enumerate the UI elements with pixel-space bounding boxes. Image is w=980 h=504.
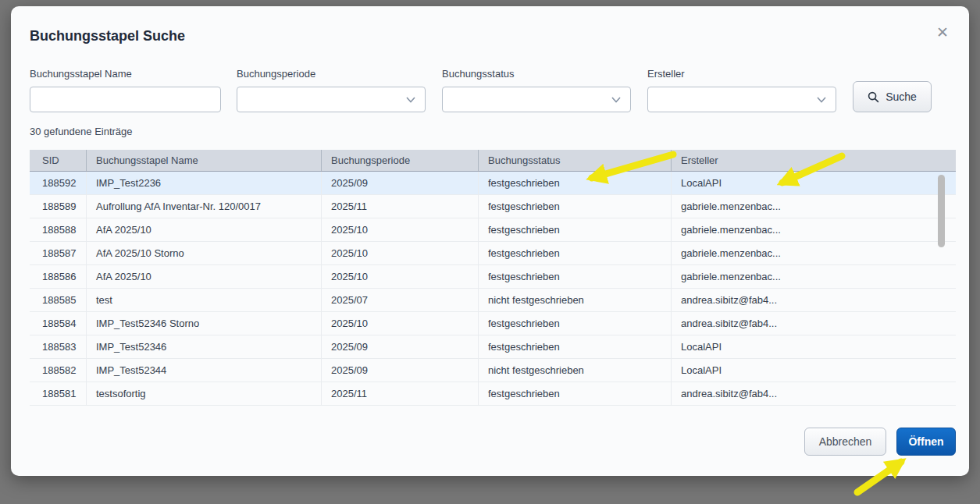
search-button[interactable]: Suche <box>853 81 932 112</box>
cell-sid: 188586 <box>30 265 87 288</box>
filter-buchungsperiode: Buchungsperiode <box>237 68 426 112</box>
buchungsstapel-suche-dialog: Buchungsstapel Suche ✕ Buchungsstapel Na… <box>11 6 969 476</box>
table-row[interactable]: 188586 AfA 2025/10 2025/10 festgeschrieb… <box>30 265 956 289</box>
cell-name: AfA 2025/10 <box>87 218 322 241</box>
table-row[interactable]: 188585 test 2025/07 nicht festgeschriebe… <box>30 289 956 312</box>
period-select[interactable] <box>237 87 426 112</box>
period-select-input[interactable] <box>237 87 425 112</box>
cell-sid: 188592 <box>30 172 87 194</box>
cell-period: 2025/10 <box>322 218 479 241</box>
cell-status: festgeschrieben <box>479 172 672 194</box>
cell-sid: 188583 <box>30 335 87 358</box>
cell-creator: LocalAPI <box>672 359 956 382</box>
name-input-box[interactable] <box>30 87 221 112</box>
filter-buchungsstapel-name: Buchungsstapel Name <box>30 68 221 112</box>
cell-name: test <box>87 289 322 311</box>
cell-creator: gabriele.menzenbac... <box>672 195 956 218</box>
cell-name: testsofortig <box>87 382 322 405</box>
cell-creator: gabriele.menzenbac... <box>672 218 956 241</box>
cell-status: festgeschrieben <box>479 382 672 405</box>
cell-status: festgeschrieben <box>479 265 672 288</box>
cell-period: 2025/09 <box>322 335 479 358</box>
filter-label: Ersteller <box>647 68 836 80</box>
cell-name: IMP_Test52346 <box>87 335 322 358</box>
cell-name: IMP_Test52346 Storno <box>87 312 322 335</box>
table-row[interactable]: 188581 testsofortig 2025/11 festgeschrie… <box>30 382 956 406</box>
cell-period: 2025/09 <box>322 172 479 194</box>
cell-period: 2025/11 <box>322 195 479 218</box>
table-row[interactable]: 188584 IMP_Test52346 Storno 2025/10 fest… <box>30 312 956 335</box>
filter-buchungsstatus: Buchungsstatus <box>442 68 631 112</box>
table-row[interactable]: 188587 AfA 2025/10 Storno 2025/10 festge… <box>30 242 956 265</box>
vertical-scrollbar-thumb[interactable] <box>938 175 945 247</box>
creator-select-input[interactable] <box>648 87 836 112</box>
column-header-creator[interactable]: Ersteller <box>672 150 956 171</box>
cancel-button[interactable]: Abbrechen <box>804 428 886 456</box>
cell-status: festgeschrieben <box>479 312 672 335</box>
status-select[interactable] <box>442 87 631 112</box>
filter-label: Buchungsstatus <box>442 68 631 80</box>
cell-status: festgeschrieben <box>479 195 672 218</box>
cell-name: Aufrollung AfA Inventar-Nr. 120/0017 <box>87 195 322 218</box>
search-button-label: Suche <box>886 91 917 103</box>
cell-name: IMP_Test2236 <box>87 172 322 194</box>
cell-sid: 188587 <box>30 242 87 264</box>
cell-sid: 188589 <box>30 195 87 218</box>
cell-status: festgeschrieben <box>479 218 672 241</box>
results-count: 30 gefundene Einträge <box>30 126 133 137</box>
cell-period: 2025/10 <box>322 242 479 264</box>
filter-ersteller: Ersteller <box>647 68 836 112</box>
cell-name: AfA 2025/10 <box>87 265 322 288</box>
cell-creator: LocalAPI <box>672 335 956 358</box>
dialog-title: Buchungsstapel Suche <box>30 28 185 44</box>
filter-label: Buchungsstapel Name <box>30 68 221 80</box>
cell-sid: 188588 <box>30 218 87 241</box>
cell-creator: andrea.sibitz@fab4... <box>672 312 956 335</box>
cell-status: festgeschrieben <box>479 335 672 358</box>
column-header-sid[interactable]: SID <box>30 150 87 171</box>
cell-sid: 188582 <box>30 359 87 382</box>
table-row[interactable]: 188588 AfA 2025/10 2025/10 festgeschrieb… <box>30 218 956 242</box>
table-row[interactable]: 188583 IMP_Test52346 2025/09 festgeschri… <box>30 335 956 359</box>
status-select-input[interactable] <box>443 87 630 112</box>
cell-status: nicht festgeschrieben <box>479 359 672 382</box>
table-header: SID Buchungsstapel Name Buchungsperiode … <box>30 150 956 172</box>
cell-period: 2025/11 <box>322 382 479 405</box>
cell-status: nicht festgeschrieben <box>479 289 672 311</box>
cell-period: 2025/07 <box>322 289 479 311</box>
cell-name: IMP_Test52344 <box>87 359 322 382</box>
table-body: 188592 IMP_Test2236 2025/09 festgeschrie… <box>30 172 956 406</box>
cell-creator: andrea.sibitz@fab4... <box>672 289 956 311</box>
close-icon[interactable]: ✕ <box>936 25 949 40</box>
cell-period: 2025/09 <box>322 359 479 382</box>
cell-creator: LocalAPI <box>672 172 956 194</box>
cell-creator: gabriele.menzenbac... <box>672 242 956 264</box>
column-header-name[interactable]: Buchungsstapel Name <box>87 150 322 171</box>
column-header-status[interactable]: Buchungsstatus <box>479 150 672 171</box>
open-button[interactable]: Öffnen <box>896 428 956 456</box>
table-row[interactable]: 188589 Aufrollung AfA Inventar-Nr. 120/0… <box>30 195 956 218</box>
cell-creator: gabriele.menzenbac... <box>672 265 956 288</box>
creator-select[interactable] <box>647 87 836 112</box>
cell-creator: andrea.sibitz@fab4... <box>672 382 956 405</box>
cell-sid: 188581 <box>30 382 87 405</box>
column-header-period[interactable]: Buchungsperiode <box>322 150 479 171</box>
filter-label: Buchungsperiode <box>237 68 426 80</box>
cell-sid: 188584 <box>30 312 87 335</box>
results-table: SID Buchungsstapel Name Buchungsperiode … <box>30 150 956 406</box>
cell-status: festgeschrieben <box>479 242 672 264</box>
cell-name: AfA 2025/10 Storno <box>87 242 322 264</box>
search-icon <box>868 91 879 103</box>
table-row[interactable]: 188592 IMP_Test2236 2025/09 festgeschrie… <box>30 172 956 195</box>
cell-sid: 188585 <box>30 289 87 311</box>
name-input[interactable] <box>30 87 220 112</box>
cell-period: 2025/10 <box>322 312 479 335</box>
cell-period: 2025/10 <box>322 265 479 288</box>
table-row[interactable]: 188582 IMP_Test52344 2025/09 nicht festg… <box>30 359 956 382</box>
